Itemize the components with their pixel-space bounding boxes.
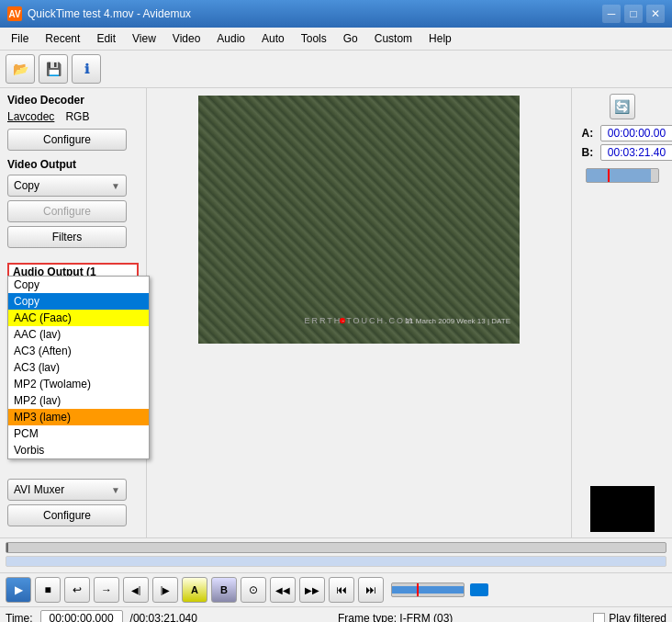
- mark-b-button[interactable]: B: [211, 577, 237, 603]
- timeline-bar[interactable]: [6, 542, 666, 553]
- video-output-configure-button[interactable]: Configure: [7, 200, 127, 222]
- prev-frame-button[interactable]: ◀|: [123, 577, 149, 603]
- current-time-input[interactable]: 00:00:00.000: [40, 610, 123, 622]
- menu-audio[interactable]: Audio: [209, 29, 252, 48]
- toolbar: 📂 💾 ℹ: [0, 51, 672, 88]
- audio-option-copy2[interactable]: Copy: [8, 293, 149, 310]
- video-output-filters-button[interactable]: Filters: [7, 226, 127, 248]
- menu-view[interactable]: View: [125, 29, 163, 48]
- prev-key-button[interactable]: ◀◀: [270, 577, 296, 603]
- video-preview: ERRTH-TOUCH.COM 21 March 2009 Week 13 | …: [198, 96, 520, 344]
- timeline-cursor: [6, 543, 8, 552]
- controls-ab-slider[interactable]: [391, 582, 465, 597]
- video-date-text: 21 March 2009 Week 13 | DATE: [406, 317, 510, 325]
- video-texture: [198, 96, 520, 344]
- play-filtered-label: Play filtered: [609, 612, 666, 622]
- audio-option-ac3-aften[interactable]: AC3 (Aften): [8, 343, 149, 359]
- jump-start-button[interactable]: ⏮: [329, 577, 354, 603]
- video-output-label: Video Output: [7, 158, 139, 171]
- output-section: AVI Muxer ▼ Configure: [7, 479, 139, 526]
- jump-end-button[interactable]: ⏭: [358, 577, 384, 603]
- audio-option-copy1[interactable]: Copy: [8, 277, 149, 293]
- next-frame-button[interactable]: |▶: [152, 577, 178, 603]
- ab-slider[interactable]: [586, 168, 659, 183]
- b-time[interactable]: 00:03:21.40: [600, 144, 673, 161]
- menu-file[interactable]: File: [4, 29, 36, 48]
- output-container-arrow: ▼: [111, 485, 120, 495]
- status-bar: Time: 00:00:00.000 /00:03:21.040 Frame t…: [0, 606, 672, 622]
- main-content: Video Decoder Lavcodec RGB Configure Vid…: [0, 88, 672, 537]
- right-icon-button[interactable]: 🔄: [610, 94, 635, 119]
- right-preview: [590, 486, 655, 532]
- audio-option-vorbis[interactable]: Vorbis: [8, 442, 149, 458]
- menu-tools[interactable]: Tools: [294, 29, 334, 48]
- left-panel: Video Decoder Lavcodec RGB Configure Vid…: [0, 88, 147, 537]
- menu-recent[interactable]: Recent: [38, 29, 87, 48]
- right-panel: 🔄 A: 00:00:00.00 B: 00:03:21.40: [571, 88, 672, 537]
- lavcodec-option[interactable]: Lavcodec: [7, 110, 54, 123]
- audio-option-pcm[interactable]: PCM: [8, 425, 149, 442]
- audio-option-mp2-lav[interactable]: MP2 (lav): [8, 392, 149, 409]
- play-filtered-checkbox[interactable]: [593, 613, 605, 623]
- menu-help[interactable]: Help: [421, 29, 459, 48]
- menu-auto[interactable]: Auto: [254, 29, 292, 48]
- next-key-button[interactable]: ▶▶: [299, 577, 325, 603]
- audio-option-mp2-twolame[interactable]: MP2 (Twolame): [8, 376, 149, 392]
- open-icon: 📂: [13, 62, 28, 76]
- menu-video[interactable]: Video: [165, 29, 207, 48]
- right-preview-container: [590, 486, 655, 532]
- output-container-dropdown[interactable]: AVI Muxer ▼: [7, 479, 127, 501]
- rewind-button[interactable]: ↩: [64, 577, 90, 603]
- video-decoder-configure-button[interactable]: Configure: [7, 129, 127, 151]
- total-time: /00:03:21.040: [130, 612, 197, 622]
- video-area: ERRTH-TOUCH.COM 21 March 2009 Week 13 | …: [147, 88, 571, 537]
- mark-a-button[interactable]: A: [182, 577, 207, 603]
- save-button[interactable]: 💾: [39, 54, 68, 84]
- menu-custom[interactable]: Custom: [367, 29, 420, 48]
- audio-output-dropdown-list: Copy Copy AAC (Faac) AAC (lav) AC3 (Afte…: [7, 276, 150, 459]
- video-output-value: Copy: [14, 179, 39, 192]
- output-container-value: AVI Muxer: [14, 483, 64, 496]
- window-title: QuickTime test 4.mov - Avidemux: [28, 7, 191, 20]
- audio-output-section: Audio Output (1 track(s)) Copy ▼ Copy Co…: [7, 255, 139, 322]
- video-output-dropdown[interactable]: Copy ▼: [7, 175, 127, 197]
- timeline-range[interactable]: [6, 556, 666, 567]
- video-output-dropdown-container: Copy ▼: [7, 175, 127, 197]
- open-button[interactable]: 📂: [6, 54, 35, 84]
- menu-edit[interactable]: Edit: [89, 29, 123, 48]
- minimize-button[interactable]: ─: [602, 5, 621, 23]
- audio-option-mp3-lame[interactable]: MP3 (lame): [8, 409, 149, 425]
- forward-button[interactable]: →: [94, 577, 119, 603]
- video-overlay-text: ERRTH-TOUCH.COM: [304, 316, 413, 325]
- audio-option-ac3-lav[interactable]: AC3 (lav): [8, 359, 149, 376]
- close-button[interactable]: ✕: [646, 5, 665, 23]
- video-output-arrow: ▼: [111, 181, 120, 191]
- rgb-option[interactable]: RGB: [65, 110, 89, 123]
- codec-row: Lavcodec RGB: [7, 110, 139, 123]
- mark-a-icon: A: [191, 584, 198, 595]
- timeline-area: [0, 537, 672, 572]
- ab-slider-marker: [608, 169, 610, 182]
- controls-ab-fill: [392, 586, 464, 594]
- ab-slider-fill: [587, 169, 651, 182]
- stop-button[interactable]: ■: [35, 577, 61, 603]
- time-label: Time:: [6, 612, 33, 622]
- app-icon: AV: [7, 6, 22, 21]
- info-button[interactable]: ℹ: [72, 54, 101, 84]
- b-label: B:: [582, 146, 595, 159]
- toggle-button[interactable]: ⊙: [241, 577, 266, 603]
- audio-option-aac-lav[interactable]: AAC (lav): [8, 326, 149, 343]
- output-configure-button[interactable]: Configure: [7, 504, 127, 526]
- audio-option-aac-faac[interactable]: AAC (Faac): [8, 310, 149, 326]
- title-bar: AV QuickTime test 4.mov - Avidemux ─ □ ✕: [0, 0, 672, 28]
- a-time[interactable]: 00:00:00.00: [600, 125, 673, 141]
- restore-button[interactable]: □: [624, 5, 643, 23]
- position-slider[interactable]: [470, 583, 488, 596]
- play-button[interactable]: ▶: [6, 577, 31, 603]
- frame-type: Frame type: I-FRM (03): [338, 612, 453, 622]
- menu-go[interactable]: Go: [336, 29, 365, 48]
- controls-ab-marker: [417, 583, 419, 596]
- menu-bar: File Recent Edit View Video Audio Auto T…: [0, 28, 672, 51]
- ab-controls: A: 00:00:00.00 B: 00:03:21.40: [582, 125, 673, 161]
- a-label: A:: [582, 127, 595, 140]
